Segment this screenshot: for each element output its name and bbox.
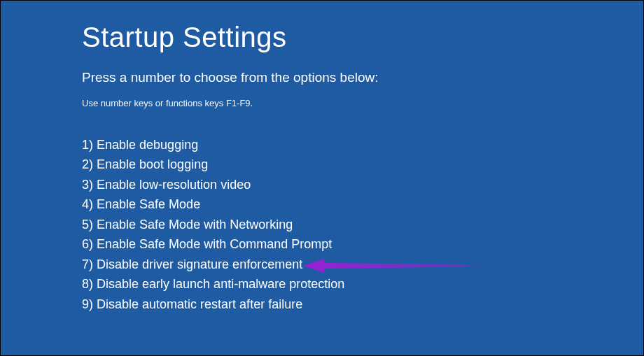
option-6[interactable]: 6) Enable Safe Mode with Command Prompt [82,234,643,254]
option-label: Enable Safe Mode with Networking [97,218,293,232]
option-number: 3) [82,178,93,192]
option-number: 9) [82,297,93,311]
option-number: 5) [82,218,93,232]
option-number: 4) [82,197,93,211]
options-list: 1) Enable debugging 2) Enable boot loggi… [82,135,643,314]
option-number: 7) [82,257,93,271]
option-label: Enable debugging [97,138,198,152]
option-9[interactable]: 9) Disable automatic restart after failu… [82,294,643,314]
option-label: Disable driver signature enforcement [97,257,302,271]
option-label: Disable early launch anti-malware protec… [97,277,344,291]
option-5[interactable]: 5) Enable Safe Mode with Networking [82,215,643,234]
option-4[interactable]: 4) Enable Safe Mode [82,194,643,214]
option-8[interactable]: 8) Disable early launch anti-malware pro… [82,274,643,294]
option-number: 1) [82,138,93,152]
option-label: Enable boot logging [97,157,208,171]
option-number: 2) [82,157,93,171]
hint-text: Use number keys or functions keys F1-F9. [82,98,643,108]
option-number: 6) [82,237,93,251]
option-2[interactable]: 2) Enable boot logging [82,155,643,174]
option-3[interactable]: 3) Enable low-resolution video [82,175,643,194]
startup-settings-screen: Startup Settings Press a number to choos… [1,1,643,314]
option-label: Enable low-resolution video [97,178,251,192]
option-label: Enable Safe Mode [97,197,200,211]
option-label: Enable Safe Mode with Command Prompt [97,237,332,251]
option-label: Disable automatic restart after failure [97,297,302,311]
page-title: Startup Settings [82,22,643,53]
instruction-text: Press a number to choose from the option… [82,70,643,85]
option-number: 8) [82,277,93,291]
option-7[interactable]: 7) Disable driver signature enforcement [82,255,643,274]
option-1[interactable]: 1) Enable debugging [82,135,643,155]
